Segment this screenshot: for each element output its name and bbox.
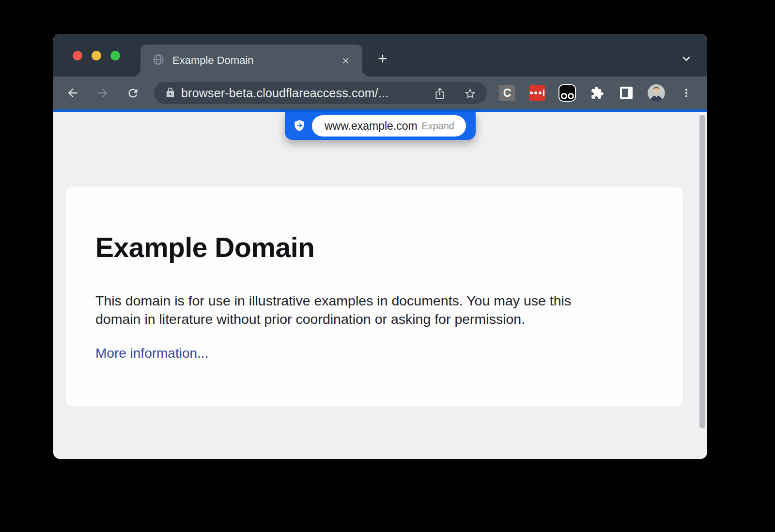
- side-panel-button[interactable]: [618, 84, 635, 102]
- body-text: This domain is for use in illustrative e…: [95, 291, 653, 328]
- browser-window: Example Domain: [53, 34, 707, 459]
- isolated-hostname-pill[interactable]: www.example.com Expand: [312, 115, 466, 137]
- close-window-button[interactable]: [73, 51, 82, 61]
- vertical-scrollbar[interactable]: [699, 115, 705, 428]
- forward-icon: [96, 86, 109, 100]
- forward-button[interactable]: [94, 84, 111, 102]
- content-card: Example Domain This domain is for use in…: [65, 187, 683, 407]
- toolbar: browser-beta.cloudflareaccess.com/... C: [53, 76, 707, 109]
- share-button[interactable]: [431, 86, 449, 101]
- menu-kebab-icon: [680, 87, 693, 99]
- zoom-window-button[interactable]: [110, 51, 120, 61]
- side-panel-icon: [619, 86, 634, 100]
- traffic-lights: [73, 51, 120, 61]
- extensions-menu-button[interactable]: [589, 84, 606, 102]
- lock-icon[interactable]: [165, 87, 176, 100]
- tab-search-button[interactable]: [677, 49, 696, 68]
- tab-search-chevron-icon: [681, 53, 692, 64]
- extension-c-icon[interactable]: C: [499, 85, 515, 101]
- bookmark-button[interactable]: [461, 86, 479, 101]
- new-tab-button[interactable]: [373, 49, 392, 68]
- body-line-2: domain in literature without prior coord…: [95, 310, 653, 328]
- expand-button[interactable]: Expand: [421, 121, 454, 132]
- goggles-extension-icon[interactable]: [558, 84, 576, 102]
- page-title: Example Domain: [95, 234, 683, 261]
- address-bar[interactable]: browser-beta.cloudflareaccess.com/...: [154, 82, 487, 104]
- url-text[interactable]: browser-beta.cloudflareaccess.com/...: [181, 86, 388, 100]
- tab-close-icon[interactable]: [338, 53, 353, 68]
- share-icon: [434, 87, 446, 100]
- body-line-1: This domain is for use in illustrative e…: [95, 291, 653, 310]
- new-tab-icon: [376, 52, 389, 65]
- back-icon: [66, 86, 79, 100]
- lastpass-extension-icon[interactable]: [529, 85, 545, 101]
- reload-icon: [126, 87, 140, 100]
- tab-title: Example Domain: [172, 54, 254, 67]
- tab-strip: Example Domain: [53, 34, 707, 76]
- tab-example-domain[interactable]: Example Domain: [140, 45, 362, 76]
- shield-arrow-icon: [293, 119, 306, 135]
- more-information-link[interactable]: More information...: [95, 346, 208, 361]
- extensions-puzzle-icon: [590, 86, 604, 100]
- isolated-hostname: www.example.com: [325, 120, 418, 133]
- globe-favicon-icon: [152, 53, 165, 68]
- page-viewport: www.example.com Expand Example Domain Th…: [53, 112, 707, 459]
- browser-menu-button[interactable]: [678, 84, 695, 102]
- profile-avatar[interactable]: [648, 84, 665, 102]
- back-button[interactable]: [64, 84, 81, 102]
- reload-button[interactable]: [124, 84, 141, 102]
- minimize-window-button[interactable]: [92, 51, 101, 61]
- isolation-banner[interactable]: www.example.com Expand: [285, 112, 476, 140]
- bookmark-star-icon: [464, 87, 477, 100]
- extension-c-label: C: [503, 87, 512, 100]
